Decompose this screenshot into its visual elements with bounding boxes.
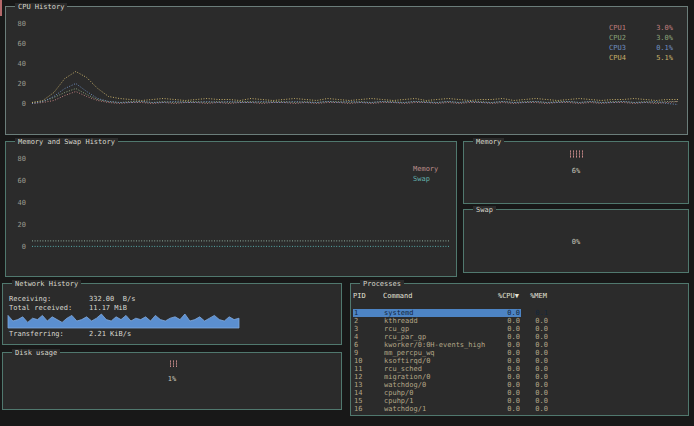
- cpu-legend-label: CPU4: [609, 53, 626, 63]
- proc-cpu: 0.0: [492, 389, 520, 397]
- process-table-header: PID Command %CPU▼ %MEM: [353, 292, 549, 300]
- proc-mem: 0.0: [520, 349, 548, 357]
- cpu-legend-value: 3.0%: [656, 23, 673, 33]
- proc-pid: 14: [354, 389, 384, 397]
- sparkline-area: [8, 314, 239, 328]
- header-command[interactable]: Command: [383, 292, 491, 300]
- proc-cpu: 0.0: [492, 349, 520, 357]
- proc-command: watchdog/0: [384, 381, 492, 389]
- table-row[interactable]: 3 rcu_gp 0.0 0.0: [353, 325, 521, 333]
- chart-line-cpu2: [32, 89, 678, 103]
- proc-mem: 0.0: [520, 333, 548, 341]
- proc-pid: 13: [354, 381, 384, 389]
- memory-gauge-panel: Memory 6%: [463, 141, 689, 204]
- proc-pid: 11: [354, 365, 384, 373]
- cpu-legend-label: CPU2: [609, 33, 626, 43]
- disk-usage-glyph: [169, 360, 178, 367]
- table-row[interactable]: 6 kworker/0:0H-events_high 0.0 0.0: [353, 341, 521, 349]
- proc-mem: 0.0: [520, 397, 548, 405]
- proc-cpu: 0.0: [492, 405, 520, 413]
- proc-command: watchdog/1: [384, 405, 492, 413]
- disk-usage-panel: Disk usage 1%: [2, 352, 342, 410]
- proc-mem: 0.0: [520, 317, 548, 325]
- proc-pid: 3: [354, 325, 384, 333]
- proc-pid: 15: [354, 397, 384, 405]
- network-transferring-label: Transferring:: [9, 330, 89, 338]
- proc-command: rcu_par_gp: [384, 333, 492, 341]
- swap-percent: 0%: [464, 238, 688, 246]
- screen-edge-artifact: [0, 0, 2, 16]
- cpu-legend-label: CPU1: [609, 23, 626, 33]
- memory-percent: 6%: [464, 167, 688, 175]
- proc-mem: 0.0: [520, 381, 548, 389]
- proc-pid: 9: [354, 349, 384, 357]
- process-table: 1 systemd 0.0 0.1 2 kthreadd 0.0 0.0 3 r…: [353, 309, 549, 413]
- proc-cpu: 0.0: [492, 317, 520, 325]
- proc-cpu: 0.0: [492, 309, 520, 317]
- table-row[interactable]: 1 systemd 0.0 0.1: [353, 309, 521, 317]
- proc-command: rcu_gp: [384, 325, 492, 333]
- proc-command: ksoftirqd/0: [384, 357, 492, 365]
- cpu-legend-value: 3.0%: [656, 33, 673, 43]
- table-row[interactable]: 13 watchdog/0 0.0 0.0: [353, 381, 521, 389]
- proc-cpu: 0.0: [492, 357, 520, 365]
- proc-pid: 16: [354, 405, 384, 413]
- proc-pid: 4: [354, 333, 384, 341]
- cpu-history-chart: [6, 7, 689, 136]
- proc-mem: 0.1: [520, 309, 548, 317]
- swap-gauge-panel: Swap 0%: [463, 209, 689, 273]
- cpu-legend-item: CPU3 0.1%: [609, 43, 673, 53]
- cpu-legend-item: CPU2 3.0%: [609, 33, 673, 43]
- swap-gauge-title: Swap: [473, 206, 496, 214]
- table-row[interactable]: 11 rcu_sched 0.0 0.0: [353, 365, 521, 373]
- proc-cpu: 0.0: [492, 397, 520, 405]
- disk-usage-title: Disk usage: [12, 349, 60, 357]
- cpu-legend-item: CPU4 5.1%: [609, 53, 673, 63]
- proc-mem: 0.0: [520, 357, 548, 365]
- memswap-legend-item: Memory: [413, 164, 438, 174]
- proc-cpu: 0.0: [492, 373, 520, 381]
- proc-pid: 12: [354, 373, 384, 381]
- table-row[interactable]: 9 mm_percpu_wq 0.0 0.0: [353, 349, 521, 357]
- processes-title: Processes: [360, 280, 404, 288]
- proc-pid: 1: [354, 309, 384, 317]
- proc-cpu: 0.0: [492, 341, 520, 349]
- proc-mem: 0.0: [520, 341, 548, 349]
- table-row[interactable]: 16 watchdog/1 0.0 0.0: [353, 405, 521, 413]
- proc-cpu: 0.0: [492, 365, 520, 373]
- cpu-legend-value: 0.1%: [656, 43, 673, 53]
- cpu-history-panel: CPU History 806040200 CPU1 3.0% CPU2 3.0…: [5, 6, 688, 135]
- proc-mem: 0.0: [520, 389, 548, 397]
- proc-mem: 0.0: [520, 365, 548, 373]
- proc-command: cpuhp/0: [384, 389, 492, 397]
- table-row[interactable]: 2 kthreadd 0.0 0.0: [353, 317, 521, 325]
- proc-command: kthreadd: [384, 317, 492, 325]
- disk-percent: 1%: [3, 375, 341, 383]
- memswap-legend-item: Swap: [413, 174, 438, 184]
- proc-command: kworker/0:0H-events_high: [384, 341, 492, 349]
- proc-cpu: 0.0: [492, 381, 520, 389]
- cpu-legend: CPU1 3.0% CPU2 3.0% CPU3 0.1% CPU4 5.1%: [609, 23, 673, 63]
- table-row[interactable]: 10 ksoftirqd/0 0.0 0.0: [353, 357, 521, 365]
- cpu-legend-value: 5.1%: [656, 53, 673, 63]
- table-row[interactable]: 4 rcu_par_gp 0.0 0.0: [353, 333, 521, 341]
- proc-mem: 0.0: [520, 405, 548, 413]
- memswap-legend-label: Memory: [413, 164, 438, 174]
- memswap-legend: Memory Swap: [413, 164, 438, 184]
- cpu-legend-item: CPU1 3.0%: [609, 23, 673, 33]
- header-mem[interactable]: %MEM: [519, 292, 547, 300]
- chart-line-cpu4: [32, 72, 678, 103]
- proc-command: migration/0: [384, 373, 492, 381]
- table-row[interactable]: 14 cpuhp/0 0.0 0.0: [353, 389, 521, 397]
- processes-panel: Processes PID Command %CPU▼ %MEM 1 syste…: [350, 283, 689, 416]
- network-transferring-value: 2.21 KiB/s: [89, 330, 131, 338]
- memswap-history-chart: [6, 142, 458, 278]
- table-row[interactable]: 12 migration/0 0.0 0.0: [353, 373, 521, 381]
- proc-command: systemd: [384, 309, 492, 317]
- table-row[interactable]: 15 cpuhp/1 0.0 0.0: [353, 397, 521, 405]
- proc-pid: 6: [354, 341, 384, 349]
- proc-command: mm_percpu_wq: [384, 349, 492, 357]
- header-cpu-sort[interactable]: %CPU▼: [491, 292, 519, 300]
- memswap-history-panel: Memory and Swap History 806040200 Memory…: [5, 141, 457, 277]
- header-pid[interactable]: PID: [353, 292, 383, 300]
